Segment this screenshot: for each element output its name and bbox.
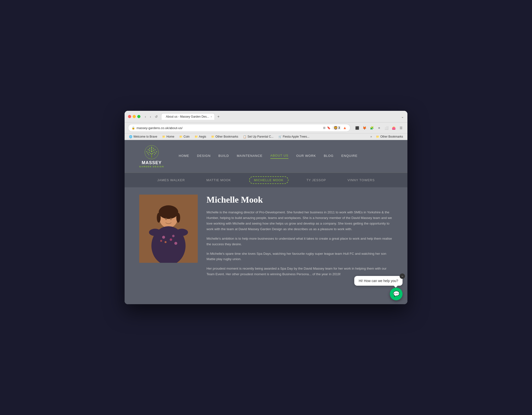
tab-grid-icon[interactable]: ⊞ — [323, 126, 325, 130]
chat-open-button[interactable]: 💬 — [390, 288, 403, 300]
team-tab-vinny[interactable]: VINNY TOWERS — [344, 177, 378, 183]
bookmark-label: Home — [167, 135, 174, 138]
menu-button[interactable]: ☰ — [398, 125, 404, 131]
chat-minimize-button[interactable]: − — [400, 274, 405, 279]
nav-home[interactable]: HOME — [179, 154, 189, 159]
address-right-icons: ⊞ 🔖 🦁 3 ▲ — [323, 125, 347, 130]
nav-maintenance[interactable]: MAINTENANCE — [237, 154, 263, 159]
svg-point-14 — [149, 152, 150, 153]
svg-point-29 — [170, 218, 172, 220]
svg-point-39 — [176, 229, 188, 236]
reload-button[interactable]: ↺ — [154, 114, 159, 119]
svg-point-4 — [148, 149, 149, 150]
svg-point-7 — [146, 151, 147, 152]
minimize-traffic-light[interactable] — [133, 115, 136, 118]
svg-point-13 — [155, 153, 156, 154]
logo-sub: GARDEN DESIGN — [139, 165, 164, 168]
svg-point-10 — [156, 151, 157, 152]
parental-icon: 📋 — [243, 135, 246, 138]
shield-count: 3 — [338, 126, 340, 130]
svg-point-37 — [174, 242, 177, 245]
tab-title: About us - Massey Garden Des... — [166, 115, 209, 118]
bookmark-label: Other Bookmarks — [380, 135, 403, 138]
bookmark-fiesta[interactable]: 🛒 Fiesta Apple Trees... — [277, 134, 310, 139]
globe-icon: 🌐 — [129, 135, 132, 138]
bookmark-icon[interactable]: 🔖 — [327, 126, 331, 130]
chat-widget: − Hi! How can we help you? 💬 — [354, 276, 403, 302]
browser-right-icons: ⬛ 🦊 🧩 ≡ ⬜ 👛 ☰ — [354, 125, 404, 131]
address-bar-row: 🔒 massey-gardens.co.uk/about-us/ ⊞ 🔖 🦁 3… — [125, 123, 407, 133]
bio-paragraph-1: Michelle is the managing director of Pro… — [207, 210, 393, 232]
svg-point-3 — [153, 148, 154, 149]
nav-enquire[interactable]: ENQUIRE — [341, 154, 357, 159]
svg-point-27 — [176, 213, 180, 223]
close-traffic-light[interactable] — [128, 115, 131, 118]
nav-build[interactable]: BUILD — [218, 154, 229, 159]
svg-point-34 — [165, 241, 167, 243]
nav-blog[interactable]: BLOG — [324, 154, 334, 159]
folder-icon: 📁 — [162, 135, 166, 138]
brave-lion-icon: 🦁 — [334, 126, 338, 130]
folder-icon: 📁 — [211, 135, 215, 138]
address-bar[interactable]: 🔒 massey-gardens.co.uk/about-us/ ⊞ 🔖 🦁 3… — [128, 124, 350, 132]
bookmark-label: Fiesta Apple Trees... — [283, 135, 309, 138]
bookmark-welcome[interactable]: 🌐 Welcome to Brave — [128, 134, 158, 139]
chat-bubble-text: Hi! How can we help you? — [359, 279, 398, 283]
site-header: MASSEY GARDEN DESIGN HOME DESIGN BUILD M… — [125, 140, 407, 173]
bookmark-coin[interactable]: 📁 Coin — [178, 134, 191, 139]
active-tab[interactable]: About us - Massey Garden Des... × — [161, 113, 215, 120]
svg-rect-21 — [151, 155, 152, 158]
svg-point-8 — [149, 150, 150, 151]
svg-point-38 — [149, 229, 161, 236]
bookmark-parental[interactable]: 📋 Set Up Parental C... — [242, 134, 275, 139]
nav-design[interactable]: DESIGN — [197, 154, 211, 159]
brave-triangle-icon[interactable]: ▲ — [343, 126, 347, 130]
url-display: massey-gardens.co.uk/about-us/ — [137, 126, 322, 130]
team-tab-ty[interactable]: TY JESSOP — [303, 177, 329, 183]
new-tab-button[interactable]: + — [216, 114, 221, 119]
extensions-icon[interactable]: ⬛ — [354, 125, 360, 131]
svg-point-20 — [151, 154, 152, 155]
logo-icon — [144, 145, 159, 160]
nav-our-work[interactable]: OUR WORK — [296, 154, 316, 159]
maximize-traffic-light[interactable] — [137, 115, 140, 118]
nav-about-us[interactable]: ABOUT US — [270, 154, 288, 159]
tab-menu-button[interactable]: ⌄ — [401, 115, 404, 119]
tab-close-button[interactable]: × — [211, 115, 212, 118]
profile-photo — [139, 195, 198, 263]
svg-point-1 — [151, 147, 152, 148]
team-tab-mattie[interactable]: MATTIE MOOK — [203, 177, 234, 183]
bookmark-home[interactable]: 📁 Home — [161, 134, 175, 139]
bio-paragraph-3: In Michelle's spare time she loves Spa D… — [207, 251, 393, 262]
svg-point-12 — [151, 151, 152, 152]
svg-point-6 — [155, 149, 156, 150]
bio-paragraph-2: Michelle's ambition is to help more busi… — [207, 236, 393, 247]
svg-point-5 — [151, 149, 152, 150]
team-tab-michelle[interactable]: MICHELLE MOOK — [249, 176, 288, 184]
brave-shield[interactable]: 🦁 3 — [332, 125, 341, 130]
logo-area[interactable]: MASSEY GARDEN DESIGN — [139, 145, 164, 168]
window-icon[interactable]: ⬜ — [384, 125, 389, 131]
bookmark-other-right[interactable]: 📁 Other Bookmarks — [375, 134, 404, 139]
list-icon[interactable]: ≡ — [376, 125, 382, 131]
bookmark-aegis[interactable]: 📁 Aegis — [194, 134, 207, 139]
svg-point-18 — [148, 154, 149, 155]
svg-point-19 — [154, 154, 155, 155]
traffic-lights — [128, 115, 140, 118]
bio-paragraph-4: Her proudest moment is recently being aw… — [207, 266, 393, 277]
team-tab-james[interactable]: JAMES WALKER — [154, 177, 188, 183]
svg-point-16 — [150, 153, 151, 154]
puzzle-icon[interactable]: 🧩 — [369, 125, 375, 131]
more-bookmarks-button[interactable]: » — [370, 135, 372, 138]
wallet-icon[interactable]: 👛 — [391, 125, 397, 131]
svg-point-28 — [165, 218, 167, 220]
browser-window: ‹ › ↺ About us - Massey Garden Des... × … — [125, 111, 407, 304]
back-button[interactable]: ‹ — [144, 114, 147, 119]
forward-button[interactable]: › — [149, 114, 152, 119]
lock-icon: 🔒 — [132, 126, 135, 130]
svg-point-26 — [157, 213, 161, 223]
nav-controls: ‹ › ↺ — [144, 114, 159, 119]
fox-icon[interactable]: 🦊 — [362, 125, 367, 131]
bookmark-other[interactable]: 📁 Other Bookmarks — [210, 134, 239, 139]
tab-bar: About us - Massey Garden Des... × + ⌄ — [161, 113, 404, 120]
